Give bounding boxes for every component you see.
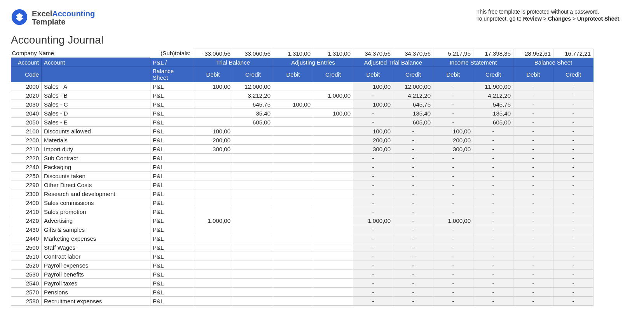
trial-balance-credit-cell[interactable]: 35,40 [233, 109, 273, 118]
adjusting-debit-cell[interactable] [273, 127, 313, 136]
trial-balance-credit-cell[interactable] [233, 189, 273, 198]
adjusting-debit-cell[interactable] [273, 261, 313, 270]
adjusting-debit-cell[interactable] [273, 145, 313, 154]
account-code-cell[interactable]: 2420 [11, 216, 42, 225]
account-name-cell[interactable]: Sales - E [42, 118, 150, 127]
account-name-cell[interactable]: Pensions [42, 288, 150, 297]
adjusting-credit-cell[interactable] [313, 82, 353, 91]
account-name-cell[interactable]: Gifts & samples [42, 225, 150, 234]
account-code-cell[interactable]: 2040 [11, 109, 42, 118]
adjusting-debit-cell[interactable] [273, 243, 313, 252]
adjusting-debit-cell[interactable] [273, 252, 313, 261]
account-type-cell[interactable]: P&L [150, 136, 193, 145]
adjusting-credit-cell[interactable] [313, 225, 353, 234]
account-name-cell[interactable]: Sales - C [42, 100, 150, 109]
trial-balance-credit-cell[interactable] [233, 127, 273, 136]
adjusting-credit-cell[interactable] [313, 118, 353, 127]
account-name-cell[interactable]: Advertising [42, 216, 150, 225]
trial-balance-credit-cell[interactable] [233, 297, 273, 306]
account-name-cell[interactable]: Payroll taxes [42, 279, 150, 288]
account-code-cell[interactable]: 2290 [11, 180, 42, 189]
adjusting-credit-cell[interactable] [313, 180, 353, 189]
adjusting-credit-cell[interactable] [313, 261, 353, 270]
account-type-cell[interactable]: P&L [150, 279, 193, 288]
trial-balance-debit-cell[interactable] [193, 270, 233, 279]
account-type-cell[interactable]: P&L [150, 127, 193, 136]
account-type-cell[interactable]: P&L [150, 163, 193, 172]
account-type-cell[interactable]: P&L [150, 261, 193, 270]
account-name-cell[interactable]: Discounts taken [42, 172, 150, 180]
trial-balance-debit-cell[interactable] [193, 225, 233, 234]
trial-balance-debit-cell[interactable] [193, 198, 233, 207]
adjusting-credit-cell[interactable] [313, 136, 353, 145]
account-type-cell[interactable]: P&L [150, 243, 193, 252]
adjusting-debit-cell[interactable] [273, 288, 313, 297]
adjusting-debit-cell[interactable] [273, 163, 313, 172]
adjusting-credit-cell[interactable] [313, 252, 353, 261]
adjusting-debit-cell[interactable] [273, 154, 313, 163]
account-name-cell[interactable]: Import duty [42, 145, 150, 154]
account-type-cell[interactable]: P&L [150, 297, 193, 306]
account-code-cell[interactable]: 2580 [11, 297, 42, 306]
adjusting-credit-cell[interactable] [313, 145, 353, 154]
account-code-cell[interactable]: 2570 [11, 288, 42, 297]
account-code-cell[interactable]: 2100 [11, 127, 42, 136]
adjusting-credit-cell[interactable] [313, 270, 353, 279]
trial-balance-debit-cell[interactable] [193, 288, 233, 297]
adjusting-debit-cell[interactable] [273, 225, 313, 234]
account-type-cell[interactable]: P&L [150, 270, 193, 279]
account-name-cell[interactable]: Sales - A [42, 82, 150, 91]
account-code-cell[interactable]: 2510 [11, 252, 42, 261]
adjusting-credit-cell[interactable] [313, 279, 353, 288]
account-code-cell[interactable]: 2000 [11, 82, 42, 91]
trial-balance-credit-cell[interactable]: 645,75 [233, 100, 273, 109]
account-type-cell[interactable]: P&L [150, 207, 193, 216]
trial-balance-debit-cell[interactable]: 1.000,00 [193, 216, 233, 225]
account-type-cell[interactable]: P&L [150, 252, 193, 261]
account-code-cell[interactable]: 2020 [11, 91, 42, 100]
adjusting-credit-cell[interactable] [313, 207, 353, 216]
trial-balance-debit-cell[interactable] [193, 252, 233, 261]
account-name-cell[interactable]: Sales - B [42, 91, 150, 100]
adjusting-debit-cell[interactable] [273, 207, 313, 216]
trial-balance-credit-cell[interactable] [233, 234, 273, 243]
adjusting-debit-cell[interactable] [273, 234, 313, 243]
adjusting-credit-cell[interactable] [313, 234, 353, 243]
trial-balance-credit-cell[interactable] [233, 216, 273, 225]
trial-balance-credit-cell[interactable] [233, 145, 273, 154]
adjusting-credit-cell[interactable] [313, 100, 353, 109]
account-name-cell[interactable]: Sub Contract [42, 154, 150, 163]
trial-balance-credit-cell[interactable] [233, 163, 273, 172]
trial-balance-debit-cell[interactable]: 100,00 [193, 127, 233, 136]
account-type-cell[interactable]: P&L [150, 91, 193, 100]
account-name-cell[interactable]: Contract labor [42, 252, 150, 261]
trial-balance-credit-cell[interactable] [233, 180, 273, 189]
account-code-cell[interactable]: 2400 [11, 198, 42, 207]
account-name-cell[interactable]: Sales commissions [42, 198, 150, 207]
account-name-cell[interactable]: Packaging [42, 163, 150, 172]
adjusting-credit-cell[interactable] [313, 288, 353, 297]
adjusting-credit-cell[interactable] [313, 297, 353, 306]
adjusting-debit-cell[interactable] [273, 216, 313, 225]
adjusting-debit-cell[interactable] [273, 270, 313, 279]
account-type-cell[interactable]: P&L [150, 172, 193, 180]
account-code-cell[interactable]: 2050 [11, 118, 42, 127]
adjusting-debit-cell[interactable] [273, 189, 313, 198]
account-type-cell[interactable]: P&L [150, 288, 193, 297]
trial-balance-debit-cell[interactable] [193, 189, 233, 198]
adjusting-credit-cell[interactable] [313, 189, 353, 198]
adjusting-debit-cell[interactable] [273, 172, 313, 180]
trial-balance-credit-cell[interactable] [233, 252, 273, 261]
trial-balance-debit-cell[interactable] [193, 279, 233, 288]
account-type-cell[interactable]: P&L [150, 154, 193, 163]
account-name-cell[interactable]: Materials [42, 136, 150, 145]
trial-balance-credit-cell[interactable] [233, 154, 273, 163]
trial-balance-credit-cell[interactable]: 3.212,20 [233, 91, 273, 100]
adjusting-debit-cell[interactable] [273, 279, 313, 288]
account-type-cell[interactable]: P&L [150, 198, 193, 207]
account-code-cell[interactable]: 2430 [11, 225, 42, 234]
trial-balance-credit-cell[interactable] [233, 279, 273, 288]
account-code-cell[interactable]: 2410 [11, 207, 42, 216]
account-name-cell[interactable]: Staff Wages [42, 243, 150, 252]
account-type-cell[interactable]: P&L [150, 82, 193, 91]
